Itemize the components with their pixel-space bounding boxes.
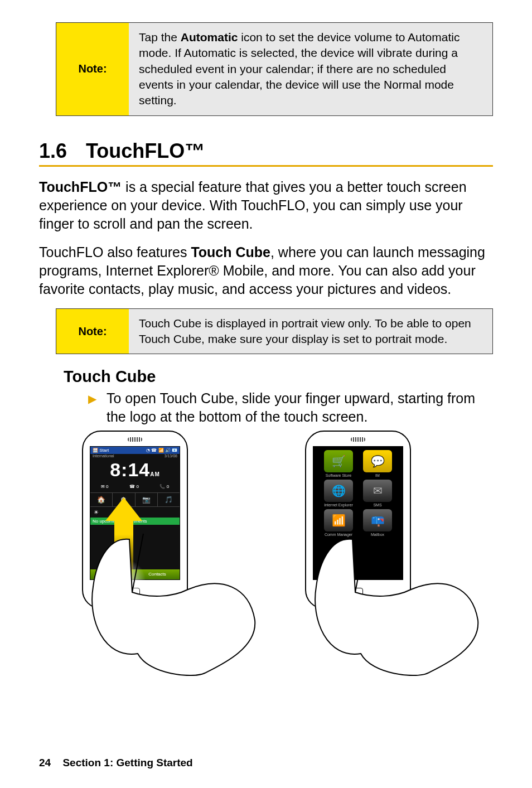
carrier-row: International 3/13/08 bbox=[90, 454, 180, 458]
counter-voice: ☎ 0 bbox=[129, 484, 139, 489]
note1-pre: Tap the bbox=[139, 31, 181, 43]
status-bar: Start ◔ ☎ 📶 🔊 📧 bbox=[90, 447, 180, 454]
page-footer: 24 Section 1: Getting Started bbox=[39, 757, 193, 769]
note-label-2: Note: bbox=[56, 309, 129, 354]
counter-row: ✉ 0 ☎ 0 📞 0 bbox=[90, 484, 180, 489]
cube-item-icon: 🛒 bbox=[324, 450, 353, 472]
clock-ampm: AM bbox=[150, 471, 160, 477]
illustration-cube: 🛒Software Store💬IM🌐Internet Explorer✉SMS… bbox=[277, 431, 478, 670]
cube-item: 📪Mailbox bbox=[359, 509, 396, 536]
cube-grid: 🛒Software Store💬IM🌐Internet Explorer✉SMS… bbox=[313, 450, 403, 536]
cube-item-icon: 💬 bbox=[363, 450, 392, 472]
note-content-2: Touch Cube is displayed in portrait view… bbox=[129, 309, 492, 354]
counter-call: 📞 0 bbox=[159, 484, 169, 489]
nav-music-icon: 🎵 bbox=[158, 493, 180, 506]
note-box-2: Note: Touch Cube is displayed in portrai… bbox=[56, 308, 493, 355]
cube-item-icon: 🌐 bbox=[324, 480, 353, 502]
start-label: Start bbox=[93, 448, 109, 453]
cube-item-label: Software Store bbox=[320, 473, 357, 477]
status-icons: ◔ ☎ 📶 🔊 📧 bbox=[146, 448, 177, 453]
heading-underline bbox=[39, 165, 493, 167]
note1-bold: Automatic bbox=[181, 31, 238, 43]
cube-item-label: IM bbox=[359, 473, 396, 477]
sub-heading-touch-cube: Touch Cube bbox=[64, 368, 493, 386]
weather-icon: ☀ bbox=[94, 509, 99, 515]
para1-bold: TouchFLO™ bbox=[39, 179, 122, 195]
bullet-item: ▶ To open Touch Cube, slide your finger … bbox=[88, 389, 493, 426]
cube-item-icon: 📪 bbox=[363, 509, 392, 531]
cube-item: 💬IM bbox=[359, 450, 396, 477]
cube-item: 🛒Software Store bbox=[320, 450, 357, 477]
illustration-swipe: Start ◔ ☎ 📶 🔊 📧 International 3/13/08 8:… bbox=[54, 431, 255, 670]
cube-item: 📶Comm Manager bbox=[320, 509, 357, 536]
para2-bold: Touch Cube bbox=[191, 244, 270, 260]
note-label: Note: bbox=[56, 23, 129, 115]
page-number: 24 bbox=[39, 757, 51, 768]
paragraph-2: TouchFLO also features Touch Cube, where… bbox=[39, 243, 493, 298]
paragraph-1: TouchFLO™ is a special feature that give… bbox=[39, 178, 493, 233]
cube-item-label: Comm Manager bbox=[320, 533, 357, 536]
cube-item-icon: ✉ bbox=[363, 480, 392, 502]
heading-number: 1.6 bbox=[39, 139, 67, 163]
cube-item-label: SMS bbox=[359, 503, 396, 507]
earpiece-icon bbox=[128, 437, 142, 442]
section-label: Section 1: Getting Started bbox=[62, 757, 192, 768]
para2-pre: TouchFLO also features bbox=[39, 244, 191, 260]
cube-item: ✉SMS bbox=[359, 480, 396, 507]
note-box-1: Note: Tap the Automatic icon to set the … bbox=[56, 22, 493, 116]
cube-item-label: Internet Explorer bbox=[320, 503, 357, 507]
section-heading: 1.6 TouchFLO™ bbox=[39, 139, 493, 163]
cube-item: 🌐Internet Explorer bbox=[320, 480, 357, 507]
counter-mail: ✉ 0 bbox=[101, 484, 109, 489]
earpiece-icon bbox=[351, 437, 365, 442]
cube-item-icon: 📶 bbox=[324, 509, 353, 531]
bullet-icon: ▶ bbox=[88, 391, 96, 426]
phone-device-2: 🛒Software Store💬IM🌐Internet Explorer✉SMS… bbox=[305, 431, 411, 609]
bullet-text: To open Touch Cube, slide your finger up… bbox=[107, 389, 493, 426]
home-button-icon bbox=[353, 588, 363, 602]
heading-title: TouchFLO™ bbox=[86, 139, 205, 163]
date-label: 3/13/08 bbox=[165, 454, 177, 458]
clock: 8:14AM bbox=[90, 459, 180, 481]
touch-cube-screen: 🛒Software Store💬IM🌐Internet Explorer✉SMS… bbox=[313, 446, 403, 580]
clock-time: 8:14 bbox=[110, 459, 150, 480]
illustration-row: Start ◔ ☎ 📶 🔊 📧 International 3/13/08 8:… bbox=[39, 431, 493, 670]
carrier-label: International bbox=[93, 454, 114, 458]
cube-item-label: Mailbox bbox=[359, 533, 396, 536]
note-content: Tap the Automatic icon to set the device… bbox=[129, 23, 492, 115]
